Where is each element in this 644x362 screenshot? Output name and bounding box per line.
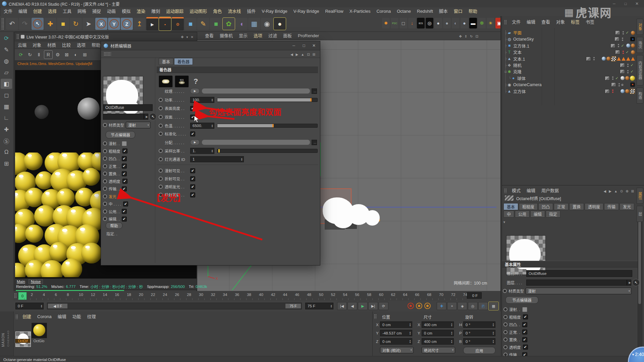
menu-item-12[interactable]: 运动图形 (186, 7, 210, 15)
blackbody-thumb-icon[interactable] (159, 75, 173, 87)
menu-item-20[interactable]: Corona (373, 7, 394, 15)
me-channel-checkbox-3[interactable]: ✔ (122, 164, 127, 169)
prev-frame-button[interactable]: ◀ (347, 302, 357, 310)
me-nav-icon-2[interactable]: ▲ (301, 53, 304, 56)
coord-system-icon[interactable]: ↥ (133, 18, 146, 30)
frame-range-slider[interactable]: ◀ 0 F 75 F (47, 303, 302, 309)
am-channel-row-3[interactable]: 正常. .✔ (503, 328, 554, 336)
lv-refresh-icon[interactable]: ⟳ (17, 51, 25, 59)
x-axis-lock-icon[interactable]: X (95, 18, 107, 30)
range-end-grip[interactable]: 75 F (285, 304, 301, 308)
surface-brightness-radio[interactable] (159, 106, 163, 110)
lv-restart-icon[interactable]: ↻ (26, 51, 34, 59)
deformer-icon[interactable]: ◖ (235, 18, 248, 30)
move-icon[interactable]: ✚ (44, 18, 56, 30)
record-keyframe-button[interactable] (408, 303, 414, 309)
octane-daylight-icon[interactable]: ☀ (487, 18, 494, 28)
me-tab-0[interactable]: 基本 (159, 58, 173, 65)
visible-refraction-checkbox[interactable]: ✔ (190, 176, 195, 181)
lv-menu-item-3[interactable]: 比较 (59, 41, 74, 49)
me-nav-icon-0[interactable]: ◀ (290, 53, 293, 56)
visible-refraction-radio[interactable] (159, 177, 163, 181)
range-start-grip[interactable]: ◀ 0 F (48, 304, 67, 308)
am-tab-3[interactable]: 正常 (554, 203, 569, 210)
object-row-立方体.1[interactable]: ├■立方体.1✓ (502, 43, 636, 49)
menu-item-2[interactable]: 创建 (30, 7, 45, 15)
axis-mode-icon[interactable]: ∟ (1, 113, 12, 123)
triangle-tag-icon[interactable] (617, 57, 621, 61)
camera-tag-icon[interactable]: ● (630, 82, 635, 87)
am-node-editor-button[interactable]: 节点编辑器 (505, 296, 538, 304)
am-scrollbar[interactable] (638, 219, 642, 357)
coord-value-field[interactable]: 0 °▲▼ (463, 330, 495, 336)
am-tab-4[interactable]: 置换 (569, 203, 584, 210)
layer-toggle-icon[interactable] (605, 89, 610, 94)
dialog-close-button[interactable]: ✕ (309, 42, 319, 49)
surface-brightness-checkbox[interactable]: ✔ (190, 106, 195, 111)
coord-value-field[interactable]: 400 cm▲▼ (422, 321, 454, 328)
material-thumb-octglo[interactable] (32, 323, 47, 338)
object-mode-icon[interactable]: ◻ (1, 90, 12, 100)
triangle-tag-icon[interactable] (622, 57, 626, 61)
me-channel-row-5[interactable]: 透明度✔ (103, 178, 153, 185)
lv-grid-icon[interactable]: ⊞ (81, 51, 89, 59)
object-row-平面[interactable]: ├▰平面✓ (502, 29, 636, 36)
visibility-dots[interactable] (612, 89, 613, 93)
material-type-radio[interactable] (103, 123, 107, 127)
am-channel-row-2[interactable]: 凹凸. .✔ (503, 321, 554, 328)
me-channel-radio-5[interactable] (103, 179, 107, 183)
light-channel-radio[interactable] (159, 157, 163, 161)
scene-light-icon[interactable]: ● (274, 18, 286, 30)
coord-value-field[interactable]: 0 °▲▼ (463, 321, 495, 328)
dialog-maximize-button[interactable]: □ (299, 42, 309, 49)
material-specular-icon[interactable]: ◐ (452, 18, 460, 28)
goto-start-button[interactable]: |◀ (337, 302, 347, 310)
menu-item-4[interactable]: 工具 (60, 7, 74, 15)
material-type-dropdown[interactable]: 漫射 ▼ (126, 122, 151, 128)
me-channel-radio-2[interactable] (103, 157, 107, 161)
menu-item-22[interactable]: Redshift (414, 7, 436, 15)
render-settings-icon[interactable]: ▪ (159, 17, 171, 31)
color-temp-field[interactable]: 6500.▲▼ (190, 123, 214, 129)
lv-window-icon-2[interactable]: ✕ (191, 35, 194, 39)
am-channel-checkbox-3[interactable]: ✔ (522, 329, 527, 335)
am-nav-icon-0[interactable]: ◀ (604, 189, 606, 193)
color-temp-radio[interactable] (159, 124, 163, 128)
triangle-tag-icon[interactable] (631, 57, 635, 61)
am-channel-radio-4[interactable] (503, 338, 507, 342)
solo-mode-icon[interactable]: Ⓢ (1, 136, 12, 146)
p2c-icon[interactable]: P2C (391, 18, 398, 28)
am-tab2-3[interactable]: 指定 (546, 210, 560, 218)
lv-lock-icon[interactable]: ⊠ (63, 51, 71, 59)
double-sided-checkbox[interactable]: ✔ (190, 115, 195, 120)
lv-settings-icon[interactable]: ⚙ (54, 51, 62, 59)
triangle-tag-icon[interactable] (626, 57, 630, 61)
end-frame-spinner[interactable]: 75 F▲▼ (305, 303, 333, 309)
tab-main[interactable]: Main (17, 280, 25, 284)
material-mix-icon[interactable]: ● (461, 18, 468, 28)
record-options-button[interactable] (424, 303, 431, 309)
assign-label[interactable]: 指定. . (106, 231, 117, 236)
am-channel-radio-5[interactable] (503, 345, 507, 349)
am-menu-item-0[interactable]: 模式 (509, 187, 524, 195)
am-material-type-radio[interactable] (503, 289, 507, 293)
am-channel-row-5[interactable]: 透明度✔ (503, 344, 554, 351)
tab-noise[interactable]: Noise (29, 279, 43, 284)
menu-item-0[interactable]: 文件 (1, 7, 15, 15)
toolbar-drag-handle[interactable] (1, 18, 4, 30)
texture-field[interactable] (202, 88, 310, 94)
am-tab-0[interactable]: 基本 (503, 203, 518, 210)
maximize-button[interactable]: □ (620, 1, 631, 7)
am-tab-6[interactable]: 传输 (604, 203, 619, 210)
visibility-dots[interactable] (623, 31, 624, 35)
array-cloner-icon[interactable]: ✿ (223, 18, 235, 30)
menu-item-21[interactable]: Octane (394, 7, 414, 15)
add-cube-icon[interactable]: ■ (184, 18, 197, 30)
me-channel-radio-4[interactable] (103, 172, 107, 176)
material-tag-orange-icon[interactable] (625, 89, 629, 93)
enable-check-icon[interactable]: ✓ (614, 76, 619, 80)
om-side-tab-2[interactable]: 内容浏览器 (637, 55, 643, 85)
menu-item-13[interactable]: 角色 (210, 7, 225, 15)
object-row-球体[interactable]: └●球体✓ (502, 75, 636, 81)
am-channel-checkbox-5[interactable]: ✔ (523, 345, 528, 350)
